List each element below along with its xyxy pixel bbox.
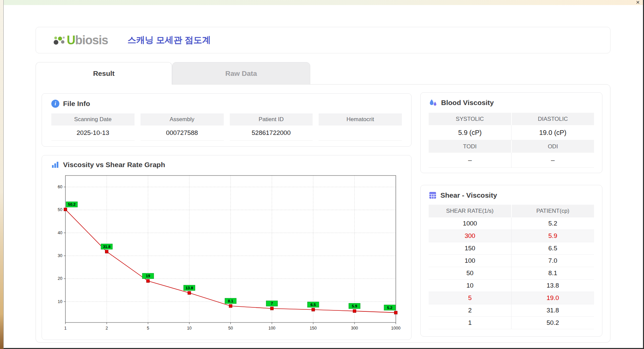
cell-shear: 1 xyxy=(429,317,512,329)
file-info-title: File Info xyxy=(63,100,90,108)
table-grid-icon xyxy=(429,191,437,199)
svg-text:150: 150 xyxy=(310,326,317,331)
svg-text:5.9: 5.9 xyxy=(352,304,357,308)
cell-shear: 300 xyxy=(429,230,512,242)
cell-shear: 150 xyxy=(429,242,512,255)
column-shear-rate: SHEAR RATE(1/s) xyxy=(429,205,512,217)
field-label: Patient ID xyxy=(230,113,313,126)
cell-patient: 6.5 xyxy=(512,242,594,255)
field-label: Assembly xyxy=(141,113,224,126)
bv-value-systolic: 5.9 (cP) xyxy=(429,125,512,140)
column-patient: PATIENT(cp) xyxy=(512,205,594,217)
svg-text:10: 10 xyxy=(187,326,192,331)
blood-viscosity-table: SYSTOLIC DIASTOLIC 5.9 (cP) 19.0 (cP) TO… xyxy=(429,113,594,168)
svg-text:5.2: 5.2 xyxy=(387,306,392,310)
blood-viscosity-heading: Blood Viscosity xyxy=(429,98,594,107)
svg-text:50.2: 50.2 xyxy=(68,202,75,206)
field-assembly: Assembly 000727588 xyxy=(141,113,224,141)
svg-text:2: 2 xyxy=(106,326,108,331)
field-value xyxy=(319,126,402,141)
shear-viscosity-title: Shear - Viscosity xyxy=(440,191,497,199)
table-row: 300 5.9 xyxy=(429,230,594,242)
svg-text:40: 40 xyxy=(58,231,62,235)
svg-text:1000: 1000 xyxy=(391,326,400,331)
svg-text:50: 50 xyxy=(58,207,62,212)
app-window: × Ubiosis 스캐닝 모세관 점도계 Resul xyxy=(3,0,644,349)
graph-title: Viscosity vs Shear Rate Graph xyxy=(63,161,165,169)
content-panel: File Info Scanning Date 2025-10-13 Assem… xyxy=(36,84,610,343)
file-info-heading: File Info xyxy=(51,99,402,108)
bv-label-systolic: SYSTOLIC xyxy=(429,113,512,125)
cell-patient: 8.1 xyxy=(512,267,594,280)
bv-label-diastolic: DIASTOLIC xyxy=(512,113,594,125)
field-label: Scanning Date xyxy=(51,113,135,126)
bar-chart-icon xyxy=(51,161,59,168)
field-value: 2025-10-13 xyxy=(51,126,135,141)
cell-patient: 31.8 xyxy=(512,304,594,317)
ubiosis-logo: Ubiosis xyxy=(51,33,108,47)
svg-text:300: 300 xyxy=(351,326,358,331)
cell-shear: 5 xyxy=(429,292,512,304)
blood-viscosity-panel: Blood Viscosity SYSTOLIC DIASTOLIC 5.9 (… xyxy=(420,92,602,173)
tab-result[interactable]: Result xyxy=(36,62,172,85)
header: Ubiosis 스캐닝 모세관 점도계 xyxy=(36,27,610,53)
svg-text:7: 7 xyxy=(271,301,273,305)
field-hematocrit: Hematocrit xyxy=(319,113,402,141)
shear-viscosity-heading: Shear - Viscosity xyxy=(429,191,594,200)
graph-panel: Viscosity vs Shear Rate Graph 1020304050… xyxy=(42,155,412,340)
viscosity-chart: 1020304050601251050100150300100050.231.8… xyxy=(51,171,402,334)
table-row: 50 8.1 xyxy=(429,267,594,280)
bv-label-odi: ODI xyxy=(512,140,594,153)
title-bar: × xyxy=(4,0,643,5)
tab-raw-data[interactable]: Raw Data xyxy=(172,62,310,85)
table-row: 1000 5.2 xyxy=(429,217,594,230)
file-info-fields: Scanning Date 2025-10-13 Assembly 000727… xyxy=(51,113,402,141)
svg-text:60: 60 xyxy=(58,185,62,189)
bv-value-todi: – xyxy=(429,153,512,168)
blood-viscosity-title: Blood Viscosity xyxy=(441,99,494,107)
svg-text:31.8: 31.8 xyxy=(103,245,111,249)
logo-dots-icon xyxy=(51,34,66,47)
svg-text:10: 10 xyxy=(58,299,62,304)
cell-shear: 2 xyxy=(429,304,512,317)
cell-patient: 13.8 xyxy=(512,280,594,292)
svg-text:20: 20 xyxy=(58,276,62,281)
svg-text:30: 30 xyxy=(58,253,62,258)
info-icon xyxy=(51,100,59,108)
app-root: Ubiosis 스캐닝 모세관 점도계 Result Raw Data File… xyxy=(36,27,610,343)
cell-patient: 50.2 xyxy=(512,317,594,329)
cell-patient: 19.0 xyxy=(512,292,594,304)
svg-text:1: 1 xyxy=(64,326,67,331)
shear-viscosity-table: SHEAR RATE(1/s) PATIENT(cp) 1000 5.2 300… xyxy=(429,205,594,329)
svg-text:19: 19 xyxy=(146,274,150,278)
svg-text:50: 50 xyxy=(228,326,233,331)
bv-label-todi: TODI xyxy=(429,140,512,153)
bv-value-odi: – xyxy=(512,153,594,168)
cell-shear: 1000 xyxy=(429,217,512,230)
table-row: 2 31.8 xyxy=(429,304,594,317)
svg-text:13.8: 13.8 xyxy=(185,286,193,290)
field-value: 52861722000 xyxy=(230,126,313,141)
file-info-panel: File Info Scanning Date 2025-10-13 Assem… xyxy=(42,93,412,147)
bv-value-diastolic: 19.0 (cP) xyxy=(512,125,594,140)
field-value: 000727588 xyxy=(141,126,224,141)
cell-patient: 5.2 xyxy=(512,217,594,230)
table-row: 10 13.8 xyxy=(429,280,594,292)
close-icon[interactable]: × xyxy=(636,0,640,5)
tab-bar: Result Raw Data xyxy=(36,62,610,85)
field-patient-id: Patient ID 52861722000 xyxy=(230,113,313,141)
cell-shear: 50 xyxy=(429,267,512,280)
table-row: 150 6.5 xyxy=(429,242,594,255)
graph-heading: Viscosity vs Shear Rate Graph xyxy=(51,160,402,169)
table-row: 5 19.0 xyxy=(429,292,594,304)
svg-text:6.5: 6.5 xyxy=(311,303,316,307)
cell-shear: 100 xyxy=(429,255,512,267)
table-row: 1 50.2 xyxy=(429,317,594,329)
field-scanning-date: Scanning Date 2025-10-13 xyxy=(51,113,135,141)
cell-shear: 10 xyxy=(429,280,512,292)
svg-text:8.1: 8.1 xyxy=(228,299,234,303)
svg-text:100: 100 xyxy=(268,326,275,331)
table-row: 100 7.0 xyxy=(429,255,594,267)
field-label: Hematocrit xyxy=(319,113,402,126)
desktop-edge xyxy=(0,0,3,349)
